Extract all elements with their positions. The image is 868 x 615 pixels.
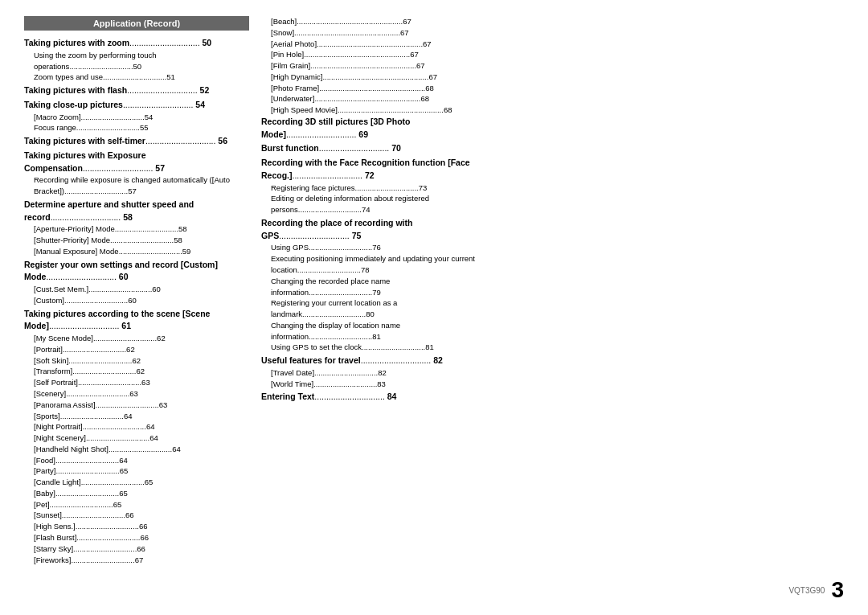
- sub-label: [Custom]: [34, 296, 64, 305]
- sub-entry: [Handheld Night Shot]...................…: [24, 444, 249, 455]
- sub-entry: Executing positioning immediately and up…: [261, 253, 482, 276]
- main-entry: Recording with the Face Recognition func…: [261, 157, 482, 215]
- sub-dots: ..............................: [72, 367, 136, 375]
- main-label: Taking pictures with self-timer: [24, 136, 145, 146]
- sub-dots: ........................................…: [314, 94, 420, 103]
- sub-dots: ..............................: [96, 400, 159, 409]
- sub-page: 62: [157, 334, 166, 342]
- sub-page: 66: [141, 533, 149, 542]
- sub-dots: ..............................: [81, 478, 145, 486]
- sub-page: 54: [145, 113, 154, 121]
- sub-entry: [Flash Burst]...........................…: [24, 532, 249, 543]
- sub-dots: ........................................…: [319, 84, 425, 92]
- sub-dots: ..............................: [115, 224, 178, 233]
- sub-page: 62: [136, 367, 145, 375]
- main-label: Taking pictures with zoom: [24, 38, 129, 47]
- sub-label: [Sunset]: [34, 510, 62, 519]
- main-entry-line: Burst function..........................…: [261, 142, 482, 155]
- sub-page: 67: [410, 50, 419, 59]
- sub-page: 65: [119, 489, 128, 498]
- sub-label: [Self Portrait]: [34, 378, 78, 387]
- sub-page: 58: [174, 236, 182, 244]
- sub-dots: ..............................: [62, 510, 125, 519]
- sub-dots: ..............................: [64, 296, 128, 305]
- sub-entry: [Scenery]..............................6…: [24, 388, 249, 400]
- sub-entry: [Starry Sky]............................…: [24, 543, 249, 555]
- main-entry-line: Taking pictures with zoom...............…: [24, 37, 249, 50]
- sub-entry: [Self Portrait].........................…: [24, 377, 249, 388]
- sub-label: [Panorama Assist]: [34, 400, 96, 409]
- sub-dots: ..............................: [81, 113, 145, 121]
- sub-label: [Pin Hole]: [271, 50, 304, 59]
- main-entry-line: Entering Text...........................…: [261, 391, 482, 404]
- sub-entry: [Shutter-Priority] Mode.................…: [24, 235, 249, 246]
- sub-entry: [High Dynamic]..........................…: [261, 72, 482, 83]
- main-entry: Taking pictures with zoom...............…: [24, 37, 249, 83]
- sub-dots: ..............................: [103, 72, 166, 81]
- main-dots: ..............................: [314, 392, 385, 401]
- main-page: 56: [215, 136, 227, 146]
- sub-dots: ..............................: [64, 187, 128, 195]
- sub-dots: ..............................: [309, 288, 372, 297]
- sub-entry: [Aperture-Priority] Mode................…: [24, 223, 249, 235]
- sub-entry: Using GPS to set the clock..............…: [261, 342, 482, 353]
- sub-page: 51: [166, 72, 175, 81]
- sub-page: 65: [145, 478, 154, 486]
- sub-page: 63: [159, 400, 168, 409]
- sub-page: 65: [113, 500, 122, 509]
- sub-label: Using GPS to set the clock: [271, 342, 362, 351]
- sub-label: Zoom types and use: [34, 72, 103, 81]
- sub-entry: Focus range.............................…: [24, 122, 249, 133]
- main-entry-line: Taking pictures with flash..............…: [24, 84, 249, 97]
- sub-label: [World Time]: [271, 379, 313, 388]
- sub-dots: ........................................…: [317, 39, 423, 48]
- sub-label: [High Sens.]: [34, 522, 76, 531]
- sub-entry: [High Sens.]............................…: [24, 521, 249, 532]
- sub-page: 80: [366, 310, 375, 318]
- sub-page: 76: [372, 243, 381, 252]
- main-dots: ..............................: [145, 136, 216, 146]
- sub-dots: ..............................: [314, 368, 378, 377]
- sub-entry: Using the zoom by performing touch opera…: [24, 50, 249, 72]
- sub-dots: ..............................: [302, 310, 366, 318]
- main-dots: ..............................: [293, 170, 363, 180]
- main-label: Taking close-up pictures: [24, 100, 123, 109]
- sub-label: [Photo Frame]: [271, 84, 319, 92]
- sub-entry: [Food]..............................64: [24, 455, 249, 466]
- sub-page: 66: [125, 510, 134, 519]
- sub-dots: ..............................: [297, 265, 361, 274]
- main-entry: Burst function..........................…: [261, 142, 482, 155]
- right-entries-top: [Beach].................................…: [261, 16, 482, 116]
- sub-dots: ........................................…: [338, 105, 444, 114]
- sub-dots: ..............................: [55, 466, 119, 475]
- sub-entry: [Pin Hole]..............................…: [261, 49, 482, 60]
- sub-entry: [Night Scenery].........................…: [24, 433, 249, 444]
- sub-dots: ..............................: [78, 378, 141, 387]
- main-page: 54: [193, 100, 205, 109]
- main-page: 75: [350, 231, 362, 240]
- sub-entry: [Candle Light]..........................…: [24, 477, 249, 488]
- sub-label: [Sports]: [34, 412, 60, 420]
- sub-page: 64: [149, 433, 158, 442]
- sub-label: [Aperture-Priority] Mode: [34, 224, 115, 233]
- sub-dots: ..............................: [298, 205, 362, 214]
- sub-page: 67: [423, 39, 432, 48]
- main-label: Burst function: [261, 143, 319, 153]
- right-entries-main: Recording 3D still pictures [3D Photo Mo…: [261, 116, 482, 404]
- main-dots: ..............................: [279, 231, 350, 240]
- sub-label: Using GPS: [271, 243, 309, 252]
- sub-dots: ..............................: [88, 285, 152, 293]
- sub-entry: [Macro Zoom]............................…: [24, 112, 249, 123]
- sub-label: [Scenery]: [34, 389, 66, 398]
- sub-dots: ..............................: [50, 500, 113, 509]
- main-entry: Taking pictures according to the scene […: [24, 308, 249, 566]
- sub-page: 65: [120, 466, 129, 475]
- main-dots: ..............................: [129, 38, 200, 47]
- main-page: 50: [200, 38, 212, 47]
- sub-label: [Baby]: [34, 489, 55, 498]
- main-dots: ..............................: [51, 212, 121, 222]
- sub-label: [High Dynamic]: [271, 72, 322, 81]
- sub-dots: ..............................: [63, 345, 126, 354]
- main-entry-line: Determine aperture and shutter speed and…: [24, 199, 249, 224]
- main-page: 60: [117, 272, 129, 281]
